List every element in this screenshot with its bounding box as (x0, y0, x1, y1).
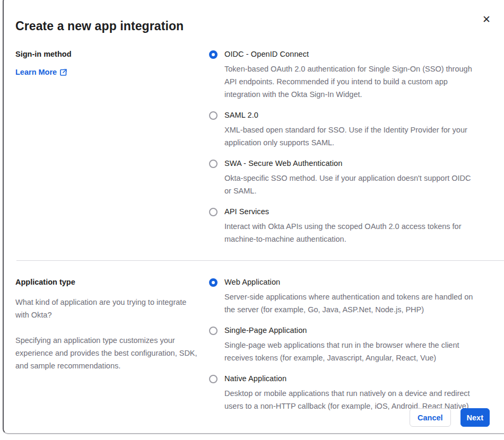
radio-single-page-application[interactable] (209, 327, 218, 335)
close-icon[interactable]: ✕ (480, 13, 493, 27)
option-description: XML-based open standard for SSO. Use if … (224, 124, 479, 149)
next-button[interactable]: Next (460, 408, 490, 427)
option-swa[interactable]: SWA - Secure Web Authentication Okta-spe… (209, 159, 479, 197)
option-label: Web Application (224, 278, 479, 287)
radio-saml[interactable] (209, 111, 218, 120)
radio-swa[interactable] (209, 160, 218, 168)
radio-api-services[interactable] (209, 208, 218, 216)
option-description: Token-based OAuth 2.0 authentication for… (224, 63, 479, 101)
option-description: Okta-specific SSO method. Use if your ap… (224, 172, 479, 197)
option-label: OIDC - OpenID Connect (224, 50, 479, 59)
option-label: Native Application (224, 374, 479, 383)
option-label: SWA - Secure Web Authentication (224, 159, 479, 168)
signin-method-section: Sign-in method Learn More (15, 50, 504, 245)
radio-web-application[interactable] (209, 278, 218, 287)
radio-oidc[interactable] (209, 50, 218, 59)
create-app-integration-dialog: Create a new app integration Sign-in met… (3, 0, 504, 434)
option-single-page-application[interactable]: Single-Page Application Single-page web … (209, 326, 479, 364)
external-link-icon (60, 69, 67, 76)
option-label: API Services (224, 207, 479, 216)
learn-more-link[interactable]: Learn More (15, 68, 67, 76)
option-description: Single-page web applications that run in… (224, 339, 479, 364)
application-type-section: Application type What kind of applicatio… (15, 261, 504, 412)
application-type-question: What kind of application are you trying … (15, 296, 198, 321)
radio-native-application[interactable] (209, 375, 218, 383)
option-description: Interact with Okta APIs using the scoped… (224, 220, 479, 245)
option-saml[interactable]: SAML 2.0 XML-based open standard for SSO… (209, 111, 479, 149)
application-type-label: Application type (15, 278, 198, 287)
option-native-application[interactable]: Native Application Desktop or mobile app… (209, 374, 479, 412)
signin-method-label: Sign-in method (15, 50, 198, 59)
option-oidc[interactable]: OIDC - OpenID Connect Token-based OAuth … (209, 50, 479, 101)
dialog-title: Create a new app integration (15, 19, 504, 33)
option-web-application[interactable]: Web Application Server-side applications… (209, 278, 479, 316)
option-label: SAML 2.0 (224, 111, 479, 120)
learn-more-label: Learn More (15, 68, 57, 76)
option-label: Single-Page Application (224, 326, 479, 335)
option-description: Server-side applications where authentic… (224, 291, 479, 316)
dialog-footer: Cancel Next (0, 408, 490, 427)
cancel-button[interactable]: Cancel (410, 408, 451, 427)
application-type-help: Specifying an application type customize… (15, 334, 198, 372)
option-api-services[interactable]: API Services Interact with Okta APIs usi… (209, 207, 479, 245)
